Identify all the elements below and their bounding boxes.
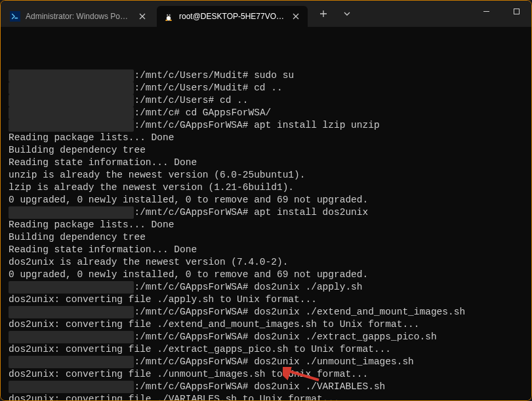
command-text: sudo su xyxy=(254,70,294,81)
redacted-hostname xyxy=(9,206,134,219)
tab-wsl[interactable]: root@DESKTOP-5HE77VO: /mn xyxy=(157,6,308,27)
window-controls xyxy=(471,1,531,27)
redacted-hostname xyxy=(9,119,134,132)
terminal-line: Reading package lists... Done xyxy=(9,132,523,144)
command-text: dos2unix ./extend_and_mount_images.sh xyxy=(254,307,465,317)
redacted-hostname xyxy=(9,306,134,318)
terminal-line: :/mnt/c/GAppsForWSA# dos2unix ./extract_… xyxy=(9,331,523,343)
terminal-line: 0 upgraded, 0 newly installed, 0 to remo… xyxy=(9,194,523,206)
terminal-line: 0 upgraded, 0 newly installed, 0 to remo… xyxy=(9,269,523,281)
titlebar-actions xyxy=(313,3,358,24)
command-text: dos2unix ./apply.sh xyxy=(254,282,362,292)
terminal-line: dos2unix: converting file ./unmount_imag… xyxy=(9,368,523,381)
redacted-hostname xyxy=(9,107,134,119)
tab-label: root@DESKTOP-5HE77VO: /mn xyxy=(179,12,285,21)
close-icon[interactable] xyxy=(137,11,148,22)
tab-dropdown-button[interactable] xyxy=(337,3,358,24)
prompt-path: :/mnt/c/GAppsForWSA# xyxy=(134,282,254,292)
redacted-hostname xyxy=(9,331,134,343)
svg-point-6 xyxy=(169,15,170,16)
command-text: cd .. xyxy=(254,83,283,93)
command-text: dos2unix ./VARIABLES.sh xyxy=(254,381,385,392)
linux-icon xyxy=(163,11,174,22)
svg-point-8 xyxy=(169,20,172,21)
tab-powershell[interactable]: Administrator: Windows PowerS xyxy=(3,6,154,27)
redacted-hostname xyxy=(9,94,134,107)
prompt-path: :/mnt/c# xyxy=(134,107,185,118)
redacted-hostname xyxy=(9,381,134,393)
titlebar: Administrator: Windows PowerS xyxy=(1,1,531,27)
terminal-line: Reading state information... Done xyxy=(9,157,523,169)
prompt-path: :/mnt/c/GAppsForWSA# xyxy=(134,207,254,218)
terminal-line: Reading state information... Done xyxy=(9,244,523,256)
terminal-line: :/mnt/c/GAppsForWSA# dos2unix ./unmount_… xyxy=(9,356,523,368)
prompt-path: :/mnt/c/GAppsForWSA# xyxy=(134,381,254,392)
command-text: dos2unix ./extract_gapps_pico.sh xyxy=(254,332,436,342)
prompt-path: :/mnt/c/Users/Mudit# xyxy=(134,83,254,93)
command-text: dos2unix ./unmount_images.sh xyxy=(254,356,414,367)
terminal-line: :/mnt/c/GAppsForWSA# apt install dos2uni… xyxy=(9,206,523,219)
terminal-line: lzip is already the newest version (1.21… xyxy=(9,181,523,194)
prompt-path: :/mnt/c/GAppsForWSA# xyxy=(134,307,254,317)
terminal-line: unzip is already the newest version (6.0… xyxy=(9,169,523,181)
terminal-line: dos2unix: converting file ./apply.sh to … xyxy=(9,294,523,306)
command-text: cd GAppsForWSA/ xyxy=(186,107,272,118)
terminal-line: dos2unix: converting file ./extract_gapp… xyxy=(9,343,523,356)
command-text: cd .. xyxy=(220,95,249,105)
powershell-icon xyxy=(10,11,20,22)
terminal-line: Building dependency tree xyxy=(9,231,523,244)
redacted-hostname xyxy=(9,356,134,368)
terminal-line: :/mnt/c/GAppsForWSA# dos2unix ./VARIABLE… xyxy=(9,381,523,393)
prompt-path: :/mnt/c/GAppsForWSA# xyxy=(134,120,254,130)
command-text: apt install dos2unix xyxy=(254,207,368,218)
terminal-line: :/mnt/c/Users# cd .. xyxy=(9,94,523,107)
prompt-path: :/mnt/c/GAppsForWSA# xyxy=(134,332,254,342)
terminal-line: Building dependency tree xyxy=(9,144,523,157)
tab-strip: Administrator: Windows PowerS xyxy=(1,1,308,27)
minimize-button[interactable] xyxy=(471,1,501,22)
terminal-output[interactable]: :/mnt/c/Users/Mudit# sudo su :/mnt/c/Use… xyxy=(1,27,531,400)
svg-point-5 xyxy=(167,15,168,16)
terminal-line: :/mnt/c# cd GAppsForWSA/ xyxy=(9,107,523,119)
terminal-line: dos2unix is already the newest version (… xyxy=(9,256,523,269)
prompt-path: :/mnt/c/Users/Mudit# xyxy=(134,70,254,81)
terminal-line: :/mnt/c/GAppsForWSA# apt install lzip un… xyxy=(9,119,523,132)
terminal-line: dos2unix: converting file ./extend_and_m… xyxy=(9,318,523,331)
terminal-line: :/mnt/c/GAppsForWSA# dos2unix ./apply.sh xyxy=(9,281,523,294)
redacted-hostname xyxy=(9,82,134,94)
new-tab-button[interactable] xyxy=(313,3,334,24)
prompt-path: :/mnt/c/GAppsForWSA# xyxy=(134,356,254,367)
prompt-path: :/mnt/c/Users# xyxy=(134,95,220,105)
terminal-line: :/mnt/c/GAppsForWSA# dos2unix ./extend_a… xyxy=(9,306,523,318)
redacted-hostname xyxy=(9,281,134,294)
svg-rect-9 xyxy=(514,9,519,14)
terminal-line: :/mnt/c/Users/Mudit# cd .. xyxy=(9,82,523,94)
terminal-line: dos2unix: converting file ./VARIABLES.sh… xyxy=(9,393,523,400)
svg-point-7 xyxy=(165,20,168,21)
terminal-line: :/mnt/c/Users/Mudit# sudo su xyxy=(9,69,523,82)
terminal-line: Reading package lists... Done xyxy=(9,219,523,231)
command-text: apt install lzip unzip xyxy=(254,120,379,130)
tab-label: Administrator: Windows PowerS xyxy=(26,12,132,21)
svg-rect-0 xyxy=(10,12,20,21)
redacted-hostname xyxy=(9,69,134,82)
terminal-window: Administrator: Windows PowerS xyxy=(0,0,532,401)
close-icon[interactable] xyxy=(291,11,301,22)
maximize-button[interactable] xyxy=(501,1,531,22)
